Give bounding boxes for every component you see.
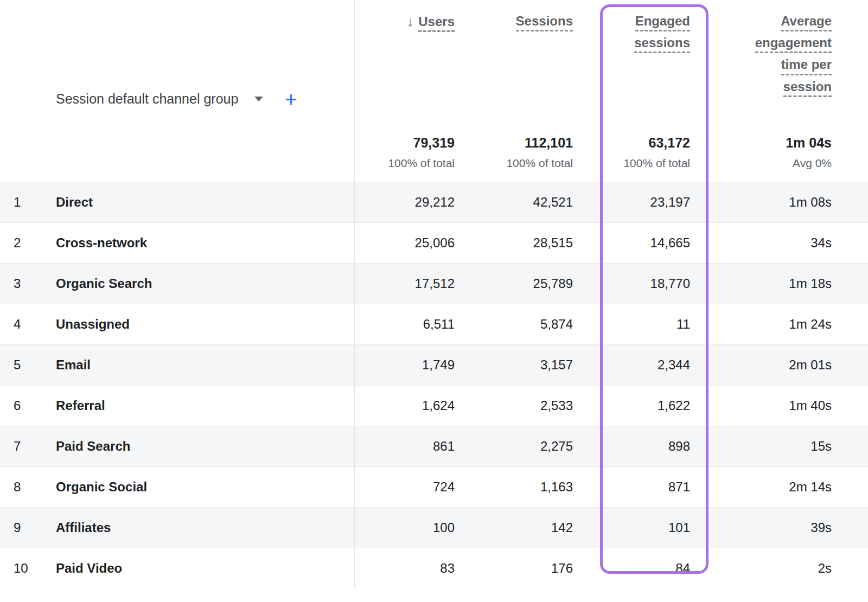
channel-name: Paid Search (56, 439, 130, 454)
analytics-channel-table: Session default channel group + ↓Users 7… (0, 0, 868, 602)
sessions-value: 142 (455, 520, 573, 535)
table-row: 3 Organic Search 17,512 25,789 18,770 1m… (0, 263, 868, 304)
table-row: 10 Paid Video 83 176 84 2s (0, 548, 868, 588)
engaged-sessions-value: 23,197 (573, 195, 690, 210)
row-number: 5 (14, 357, 56, 373)
row-number: 10 (14, 561, 56, 576)
engaged-sessions-value: 2,344 (573, 357, 690, 373)
engaged-sessions-value: 1,622 (573, 398, 690, 413)
table-row: 6 Referral 1,624 2,533 1,622 1m 40s (0, 385, 868, 426)
engaged-sessions-value: 11 (573, 317, 690, 332)
avg-engagement-header-label-line4: session (783, 80, 832, 97)
engaged-sessions-value: 18,770 (573, 276, 690, 291)
row-number: 6 (14, 398, 56, 413)
column-header-avg-engagement-time[interactable]: Average engagement time per session 1m 0… (690, 0, 832, 182)
row-number: 2 (14, 235, 56, 251)
engaged-sessions-value: 101 (573, 520, 690, 535)
users-value: 17,512 (354, 276, 455, 291)
users-value: 724 (354, 479, 455, 495)
channel-name: Direct (56, 195, 93, 210)
channel-name: Unassigned (56, 317, 130, 332)
channel-name: Cross-network (56, 235, 147, 251)
row-number: 7 (14, 439, 56, 454)
users-value: 6,511 (354, 317, 455, 332)
sessions-value: 2,533 (455, 398, 573, 413)
table-row: 7 Paid Search 861 2,275 898 15s (0, 426, 868, 466)
column-divider (354, 0, 355, 588)
avg-engagement-total: 1m 04s Avg 0% (786, 135, 832, 170)
engaged-sessions-value: 871 (573, 479, 690, 495)
avg-engagement-value: 2m 01s (690, 357, 832, 373)
engaged-sessions-value: 898 (573, 439, 690, 454)
channel-name: Email (56, 357, 91, 373)
table-row: 2 Cross-network 25,006 28,515 14,665 34s (0, 222, 868, 263)
users-header-label: Users (418, 15, 455, 32)
avg-engagement-value: 1m 24s (690, 317, 832, 332)
column-header-sessions[interactable]: Sessions 112,101 100% of total (455, 0, 573, 182)
row-number: 4 (14, 317, 56, 332)
engaged-sessions-header-label-line2: sessions (634, 36, 690, 53)
sessions-value: 5,874 (455, 317, 573, 332)
channel-name: Referral (56, 398, 105, 413)
channel-name: Organic Search (56, 276, 152, 291)
avg-engagement-value: 1m 18s (690, 276, 832, 291)
sessions-value: 176 (455, 561, 573, 576)
sessions-total-value: 112,101 (506, 135, 573, 151)
table-header: Session default channel group + ↓Users 7… (0, 0, 868, 182)
avg-engagement-header-label-line3: time per (781, 57, 832, 75)
row-number: 8 (14, 479, 56, 495)
sort-descending-icon: ↓ (407, 14, 413, 29)
avg-engagement-value: 2s (690, 561, 832, 576)
avg-engagement-value: 1m 08s (690, 195, 832, 210)
dimension-header-cell: Session default channel group + (0, 0, 354, 182)
sessions-value: 25,789 (455, 276, 573, 291)
engaged-sessions-total-subtext: 100% of total (623, 157, 690, 170)
dimension-selector-dropdown[interactable]: Session default channel group (56, 91, 238, 107)
channel-name: Affiliates (56, 520, 111, 535)
users-value: 861 (354, 439, 455, 454)
row-number: 1 (14, 195, 56, 210)
sessions-value: 1,163 (455, 479, 573, 495)
engaged-sessions-total-value: 63,172 (623, 135, 690, 151)
users-value: 1,749 (354, 357, 455, 373)
row-number: 9 (14, 520, 56, 535)
sessions-value: 28,515 (455, 235, 573, 251)
column-header-engaged-sessions[interactable]: Engaged sessions 63,172 100% of total (573, 0, 690, 182)
avg-engagement-total-value: 1m 04s (786, 135, 832, 151)
users-total-value: 79,319 (388, 135, 455, 151)
avg-engagement-header-label-line2: engagement (755, 36, 832, 53)
avg-engagement-value: 2m 14s (690, 479, 832, 495)
table-row: 9 Affiliates 100 142 101 39s (0, 507, 868, 548)
avg-engagement-value: 15s (690, 439, 832, 454)
sessions-total-subtext: 100% of total (506, 157, 573, 170)
table-row: 5 Email 1,749 3,157 2,344 2m 01s (0, 344, 868, 385)
sessions-value: 3,157 (455, 357, 573, 373)
row-number: 3 (14, 276, 56, 291)
sessions-value: 2,275 (455, 439, 573, 454)
users-total: 79,319 100% of total (388, 135, 455, 170)
sessions-header-label: Sessions (516, 14, 573, 31)
engaged-sessions-total: 63,172 100% of total (623, 135, 690, 170)
sessions-total: 112,101 100% of total (506, 135, 573, 170)
avg-engagement-total-subtext: Avg 0% (786, 157, 832, 170)
engaged-sessions-value: 84 (573, 561, 690, 576)
avg-engagement-value: 39s (690, 520, 832, 535)
users-total-subtext: 100% of total (388, 157, 455, 170)
avg-engagement-value: 1m 40s (690, 398, 832, 413)
table-row: 8 Organic Social 724 1,163 871 2m 14s (0, 466, 868, 507)
sessions-value: 42,521 (455, 195, 573, 210)
channel-name: Paid Video (56, 561, 122, 576)
avg-engagement-value: 34s (690, 235, 832, 251)
engaged-sessions-header-label-line1: Engaged (635, 14, 690, 31)
chevron-down-icon[interactable] (254, 97, 263, 101)
table-row: 1 Direct 29,212 42,521 23,197 1m 08s (0, 182, 868, 222)
table-row: 4 Unassigned 6,511 5,874 11 1m 24s (0, 304, 868, 344)
column-header-users[interactable]: ↓Users 79,319 100% of total (354, 0, 455, 182)
users-value: 29,212 (354, 195, 455, 210)
avg-engagement-header-label-line1: Average (781, 14, 832, 31)
engaged-sessions-value: 14,665 (573, 235, 690, 251)
users-value: 83 (354, 561, 455, 576)
users-value: 100 (354, 520, 455, 535)
users-value: 1,624 (354, 398, 455, 413)
add-dimension-button[interactable]: + (285, 89, 297, 110)
